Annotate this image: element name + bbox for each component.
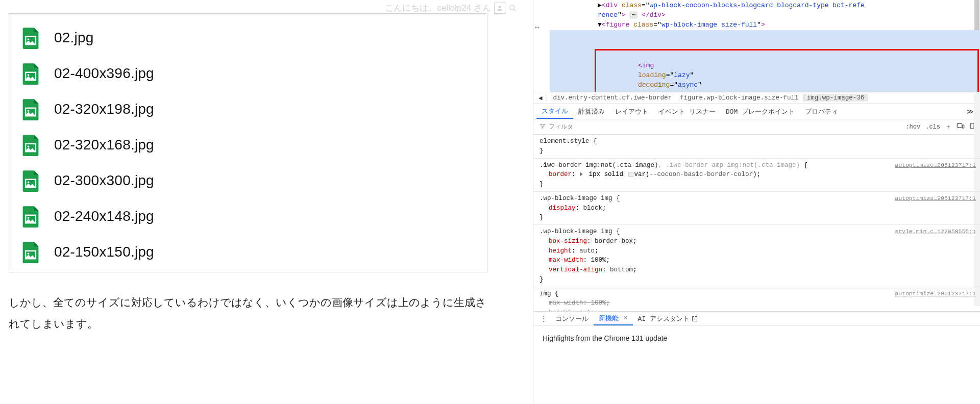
image-file-icon — [19, 62, 42, 85]
devtools-drawer: ⋮ コンソール 新機能 × AI アシスタント Highlights from … — [533, 311, 980, 404]
svg-point-12 — [28, 182, 30, 184]
file-row: 02-300x300.jpg — [19, 163, 477, 198]
svg-point-16 — [28, 253, 30, 255]
style-rule[interactable]: autoptimize…205123717:1 .wp-block-image … — [533, 192, 980, 225]
tab-computed[interactable]: 計算済み — [573, 104, 610, 119]
svg-point-1 — [510, 5, 514, 10]
search-icon[interactable] — [508, 4, 518, 13]
drawer-tab-ai-assistant[interactable]: AI アシスタント — [633, 312, 703, 325]
dom-node[interactable]: rence"> ⋯ </div> — [550, 11, 980, 20]
style-rule[interactable]: autoptimize…205123717:1 .iwe-border img:… — [533, 159, 980, 192]
file-row: 02-400x396.jpg — [19, 56, 477, 91]
styles-tabs: スタイル 計算済み レイアウト イベント リスナー DOM ブレークポイント プ… — [533, 104, 980, 119]
file-name: 02-240x148.jpg — [54, 208, 154, 224]
breadcrumb-item-selected[interactable]: img.wp-image-36 — [803, 94, 869, 102]
svg-point-4 — [28, 39, 30, 41]
close-icon[interactable]: × — [620, 314, 628, 322]
drawer-body: Highlights from the Chrome 131 update — [533, 326, 980, 350]
svg-line-2 — [514, 9, 516, 11]
svg-point-8 — [28, 110, 30, 112]
device-icon[interactable] — [957, 122, 965, 132]
breadcrumb-item[interactable]: figure.wp-block-image.size-full — [676, 94, 803, 102]
svg-point-14 — [28, 217, 30, 219]
image-file-icon — [19, 169, 42, 192]
article-content-panel: こんにちは、cellolp24 さん 02.jpg 02-400x396.jpg — [0, 0, 533, 404]
tab-properties[interactable]: プロパティ — [800, 104, 843, 119]
styles-filter-row: フィルタ :hov .cls ＋ — [533, 119, 980, 135]
user-greeting: こんにちは、cellolp24 さん — [385, 2, 518, 14]
dom-node[interactable]: ▼<figure class="wp-block-image size-full… — [550, 20, 980, 30]
dom-node[interactable]: ▶<div class="wp-block-cocoon-blocks-blog… — [550, 1, 980, 11]
svg-rect-18 — [962, 125, 964, 128]
tab-event-listeners[interactable]: イベント リスナー — [653, 104, 721, 119]
svg-point-0 — [499, 6, 501, 8]
tab-styles[interactable]: スタイル — [536, 104, 573, 119]
avatar-icon[interactable] — [494, 3, 505, 14]
article-paragraph: しかし、全てのサイズに対応しているわけではなく、いくつかの画像サイズは上のように… — [9, 292, 486, 335]
filter-placeholder: フィルタ — [549, 122, 573, 131]
file-row: 02-150x150.jpg — [19, 234, 477, 270]
drawer-tab-whatsnew[interactable]: 新機能 × — [594, 312, 633, 325]
file-name: 02-300x300.jpg — [54, 172, 154, 189]
whatsnew-heading: Highlights from the Chrome 131 update — [543, 334, 971, 342]
new-style-rule-icon[interactable]: ＋ — [945, 122, 951, 131]
style-source-link[interactable]: autoptimize…205123717:1 — [895, 194, 976, 203]
image-file-icon — [19, 98, 42, 120]
external-link-icon — [692, 316, 698, 322]
more-tabs-icon[interactable]: ⋮ — [537, 315, 550, 323]
elements-tree[interactable]: ⋯ ▶<div class="wp-block-cocoon-blocks-bl… — [533, 0, 980, 92]
greeting-text: こんにちは、cellolp24 さん — [385, 2, 491, 14]
style-source-link[interactable]: style.min.c…122050556:1 — [895, 227, 976, 236]
tab-dom-breakpoints[interactable]: DOM ブレークポイント — [721, 104, 800, 119]
file-name: 02-320x168.jpg — [54, 137, 154, 153]
selected-dom-node[interactable]: <img loading="lazy" decoding="async" wid… — [550, 30, 980, 92]
collapse-indicator[interactable]: ⋯ — [534, 22, 540, 34]
image-file-icon — [19, 241, 42, 263]
image-file-icon — [19, 134, 42, 156]
devtools-panel: ⋯ ▶<div class="wp-block-cocoon-blocks-bl… — [533, 0, 980, 404]
image-file-icon — [19, 205, 42, 228]
file-name: 02-150x150.jpg — [54, 244, 154, 260]
tab-layout[interactable]: レイアウト — [610, 104, 653, 119]
file-row: 02-320x168.jpg — [19, 127, 477, 163]
file-row: 02-240x148.jpg — [19, 198, 477, 234]
file-row: 02-320x198.jpg — [19, 91, 477, 127]
drawer-tab-console[interactable]: コンソール — [550, 312, 594, 325]
style-source-link[interactable]: autoptimize…205123717:1 — [895, 161, 976, 169]
file-list-box: 02.jpg 02-400x396.jpg 02-320x198.jpg 02-… — [9, 13, 487, 272]
breadcrumb-item[interactable]: div.entry-content.cf.iwe-border — [549, 94, 676, 102]
svg-rect-17 — [957, 123, 962, 127]
hov-toggle[interactable]: :hov — [905, 123, 920, 131]
style-rule[interactable]: element.style { } — [533, 135, 980, 159]
file-name: 02.jpg — [54, 30, 94, 46]
image-file-icon — [19, 27, 42, 49]
breadcrumb-prev-icon[interactable]: ◀ — [536, 94, 545, 102]
file-name: 02-320x198.jpg — [54, 101, 154, 117]
svg-point-10 — [28, 146, 30, 148]
dom-breadcrumb: ◀ div.entry-content.cf.iwe-border figure… — [533, 92, 980, 104]
styles-rules[interactable]: element.style { } autoptimize…205123717:… — [533, 135, 980, 316]
filter-input[interactable]: フィルタ — [536, 122, 905, 131]
svg-point-6 — [28, 74, 30, 77]
cls-toggle[interactable]: .cls — [925, 123, 940, 131]
style-source-link[interactable]: autoptimize…205123717:1 — [895, 289, 976, 298]
drawer-tabs: ⋮ コンソール 新機能 × AI アシスタント — [533, 312, 980, 326]
file-row: 02.jpg — [19, 20, 477, 56]
style-rule[interactable]: style.min.c…122050556:1 .wp-block-image … — [533, 225, 980, 287]
filter-icon — [540, 123, 546, 131]
file-name: 02-400x396.jpg — [54, 65, 154, 82]
